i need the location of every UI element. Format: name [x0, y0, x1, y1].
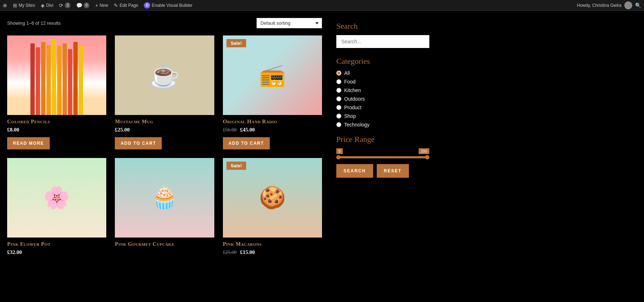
- product-image-pink-macarons: Sale! 🍪: [223, 158, 322, 238]
- nav-right: Howdy, Christina Gwira 🔍: [577, 1, 641, 9]
- update-icon: ⟳: [59, 3, 63, 8]
- product-price: £8.00: [7, 127, 106, 133]
- product-card: ☕ Mustache Mug £25.00 ADD TO CART: [115, 35, 214, 149]
- results-count: Showing 1–6 of 12 results: [7, 20, 61, 26]
- edit-page-nav[interactable]: ✎ Edit Page: [114, 3, 138, 8]
- product-name: Colored Pencils: [7, 119, 106, 125]
- product-image-pink-flower-pot: 🌸: [7, 158, 106, 238]
- product-image-colored-pencils: [7, 35, 106, 115]
- add-to-cart-button[interactable]: ADD TO CART: [115, 137, 162, 149]
- results-header: Showing 1–6 of 12 results Default sortin…: [7, 18, 329, 28]
- category-radio-food[interactable]: [336, 79, 341, 84]
- price-range-section: Price Range 5 200 SEARCH RESET: [336, 135, 429, 178]
- category-item-technology[interactable]: Technology: [336, 122, 429, 128]
- search-section: Search: [336, 21, 429, 48]
- category-label-kitchen: Kitchen: [344, 87, 361, 93]
- original-price: £56.00: [223, 127, 237, 133]
- category-label-product: Product: [344, 105, 361, 110]
- product-card: Sale! 🍪 Pink Macarons £25.00 £15.00: [223, 158, 322, 260]
- category-label-food: Food: [344, 79, 356, 85]
- top-nav: ⊕ ⊞ My Sites ◈ Divi ⟳ 3 💬 0 + New ✎ Edit…: [0, 0, 644, 11]
- divi-nav[interactable]: ◈ Divi: [41, 3, 53, 8]
- price-range-thumb-min[interactable]: [336, 155, 341, 159]
- wordpress-icon: ⊕: [3, 3, 7, 8]
- category-label-technology: Technology: [344, 122, 370, 128]
- category-item-food[interactable]: Food: [336, 79, 429, 85]
- price-reset-button[interactable]: RESET: [377, 164, 409, 178]
- categories-title: Categories: [336, 57, 429, 66]
- product-name: Pink Flower Pot: [7, 241, 106, 247]
- category-radio-technology[interactable]: [336, 122, 341, 127]
- product-image-mustache-mug: ☕: [115, 35, 214, 115]
- product-name: Original Hand Radio: [223, 119, 322, 125]
- my-sites-nav[interactable]: ⊞ My Sites: [13, 3, 35, 8]
- category-label-all: All: [344, 70, 350, 76]
- cupcake-emoji: 🧁: [151, 185, 178, 210]
- search-input[interactable]: [336, 35, 429, 48]
- product-card: Colored Pencils £8.00 READ MORE: [7, 35, 106, 149]
- product-name: Pink Macarons: [223, 241, 322, 247]
- visual-builder-nav[interactable]: D Enable Visual Builder: [144, 2, 192, 9]
- product-image-pink-cupcake: 🧁: [115, 158, 214, 238]
- comment-icon: 💬: [76, 3, 82, 8]
- category-item-product[interactable]: Product: [336, 105, 429, 110]
- sidebar: Search Categories All Food Kitchen: [329, 18, 436, 260]
- category-radio-all[interactable]: [336, 71, 341, 76]
- product-price: £25.00: [115, 127, 214, 133]
- new-nav[interactable]: + New: [95, 3, 108, 8]
- product-name: Pink Gourmet Cupcake: [115, 241, 214, 247]
- sale-badge: Sale!: [226, 162, 246, 170]
- read-more-button[interactable]: READ MORE: [7, 137, 50, 149]
- search-title: Search: [336, 21, 429, 31]
- main-layout: Showing 1–6 of 12 results Default sortin…: [0, 11, 644, 267]
- product-grid: Colored Pencils £8.00 READ MORE ☕ Mustac…: [7, 35, 329, 260]
- price-search-button[interactable]: SEARCH: [336, 164, 373, 178]
- search-icon[interactable]: 🔍: [635, 3, 641, 8]
- category-item-outdoors[interactable]: Outdoors: [336, 96, 429, 102]
- product-price: £25.00 £15.00: [223, 249, 322, 255]
- flowerpot-emoji: 🌸: [43, 185, 70, 210]
- divi-circle-icon: D: [144, 2, 150, 9]
- sites-icon: ⊞: [13, 3, 17, 8]
- product-price: £56.00 £45.00: [223, 127, 322, 133]
- categories-section: Categories All Food Kitchen Outdoors: [336, 57, 429, 128]
- category-item-kitchen[interactable]: Kitchen: [336, 87, 429, 93]
- category-radio-shop[interactable]: [336, 114, 341, 119]
- price-range-fill: [336, 156, 428, 158]
- category-item-all[interactable]: All: [336, 70, 429, 76]
- original-price: £25.00: [223, 250, 237, 255]
- category-item-shop[interactable]: Shop: [336, 113, 429, 119]
- product-card: 🌸 Pink Flower Pot £32.00: [7, 158, 106, 260]
- price-max-label: 200: [419, 148, 429, 154]
- product-card: 🧁 Pink Gourmet Cupcake: [115, 158, 214, 260]
- mug-emoji: ☕: [149, 61, 180, 90]
- price-range-title: Price Range: [336, 135, 429, 144]
- product-area: Showing 1–6 of 12 results Default sortin…: [7, 18, 329, 260]
- categories-list: All Food Kitchen Outdoors Product: [336, 70, 429, 128]
- price-labels: 5 200: [336, 148, 429, 154]
- avatar: [624, 1, 632, 9]
- category-label-outdoors: Outdoors: [344, 96, 365, 102]
- sidebar-buttons: SEARCH RESET: [336, 164, 429, 178]
- product-image-hand-radio: Sale! 📻: [223, 35, 322, 115]
- add-to-cart-button[interactable]: ADD TO CART: [223, 137, 270, 149]
- sale-badge: Sale!: [226, 39, 246, 47]
- category-radio-outdoors[interactable]: [336, 96, 341, 101]
- edit-icon: ✎: [114, 3, 118, 8]
- category-radio-kitchen[interactable]: [336, 88, 341, 93]
- comments-nav[interactable]: 💬 0: [76, 3, 89, 8]
- category-label-shop: Shop: [344, 113, 356, 119]
- product-card: Sale! 📻 Original Hand Radio £56.00 £45.0…: [223, 35, 322, 149]
- user-greeting: Howdy, Christina Gwira: [577, 3, 621, 8]
- category-radio-product[interactable]: [336, 105, 341, 110]
- product-name: Mustache Mug: [115, 119, 214, 125]
- price-range-thumb-max[interactable]: [425, 155, 429, 159]
- notifications-nav[interactable]: ⟳ 3: [59, 3, 70, 8]
- price-range-track: [336, 156, 429, 158]
- divi-icon: ◈: [41, 3, 45, 8]
- sort-select[interactable]: Default sorting Sort by popularity Sort …: [257, 18, 322, 28]
- wp-logo[interactable]: ⊕: [3, 3, 7, 8]
- macarons-emoji: 🍪: [259, 185, 286, 210]
- radio-emoji: 📻: [259, 62, 286, 88]
- price-min-label: 5: [336, 148, 343, 154]
